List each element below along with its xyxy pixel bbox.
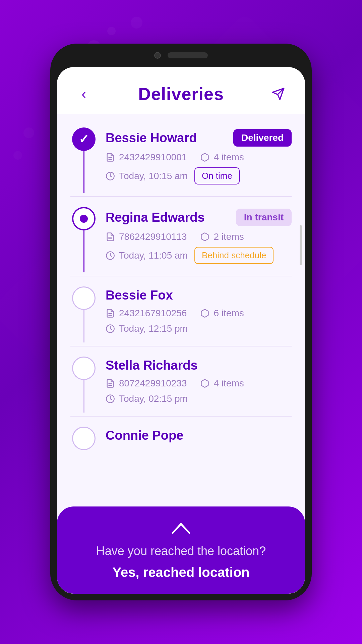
box-icon-3 [200,309,209,318]
item-header-5: Connie Pope [106,428,292,443]
back-icon: ‹ [81,87,86,102]
item-time-3: Today, 12:15 pm [106,323,292,334]
chevron-up-icon [171,521,191,537]
delivery-item-4[interactable]: Stella Richards 8072429910233 [57,353,305,413]
document-icon-2 [106,232,115,241]
item-meta-1: 2432429910001 4 items [106,152,292,163]
item-name-1: Bessie Howard [106,131,197,145]
location-button[interactable] [268,84,288,104]
box-icon-1 [200,153,209,162]
time-status-badge-2: Behind schedule [194,247,274,264]
order-number-text-1: 2432429910001 [119,152,187,163]
phone-top-bar [50,44,312,67]
item-header-4: Stella Richards [106,358,292,373]
item-name-2: Regina Edwards [106,210,205,225]
item-content-5: Connie Pope [97,423,292,453]
item-time-1: Today, 10:15 am On time [106,167,292,184]
timeline-icon-3 [72,286,96,310]
timeline-col-4 [70,353,97,413]
timeline-icon-4 [72,357,96,380]
delivery-item-1[interactable]: ✓ Bessie Howard Delivered [57,124,305,193]
item-header-3: Bessie Fox [106,288,292,303]
scrollbar[interactable] [300,225,302,265]
order-number-2: 7862429910113 [106,231,187,242]
delivery-item-2[interactable]: Regina Edwards In transit 7862429910113 [57,204,305,272]
item-time-2: Today, 11:05 am Behind schedule [106,247,292,264]
item-name-5: Connie Pope [106,428,183,443]
timeline-col-5 [70,423,97,453]
bottom-panel-question: Have you reached the location? [96,544,266,558]
document-icon-3 [106,309,115,318]
items-count-text-1: 4 items [214,152,244,163]
location-icon [272,87,285,101]
delivery-item-5[interactable]: Connie Pope [57,423,305,453]
back-button[interactable]: ‹ [74,84,94,104]
item-header-1: Bessie Howard Delivered [106,129,292,147]
status-badge-1: Delivered [233,129,292,147]
items-count-3: 6 items [200,308,244,319]
phone-speaker [168,52,208,58]
timeline-line-4 [83,380,84,413]
items-count-text-4: 4 items [214,378,244,389]
box-icon-4 [200,379,209,388]
order-number-1: 2432429910001 [106,152,187,163]
item-content-4: Stella Richards 8072429910233 [97,353,292,413]
order-number-text-4: 8072429910233 [119,378,187,389]
timeline-col-3 [70,283,97,342]
page-title: Deliveries [138,84,224,104]
header: ‹ Deliveries [57,67,305,114]
timeline-line-2 [83,230,84,272]
item-time-4: Today, 02:15 pm [106,393,292,404]
time-item-3: Today, 12:15 pm [106,323,188,334]
document-icon-1 [106,153,115,162]
clock-icon-1 [106,171,115,181]
item-meta-2: 7862429910113 2 items [106,231,292,242]
timeline-icon-2 [72,207,96,230]
order-number-text-2: 7862429910113 [119,231,187,242]
time-text-1: Today, 10:15 am [119,171,188,181]
clock-icon-2 [106,251,115,260]
clock-icon-4 [106,394,115,404]
item-header-2: Regina Edwards In transit [106,209,292,226]
time-item-1: Today, 10:15 am [106,171,188,181]
timeline-icon-1: ✓ [72,127,96,151]
items-count-4: 4 items [200,378,244,389]
document-icon-4 [106,379,115,388]
items-count-1: 4 items [200,152,244,163]
front-camera [154,52,161,59]
phone-screen: ‹ Deliveries ✓ [57,67,305,594]
item-content-1: Bessie Howard Delivered 2432429910001 [97,124,292,193]
item-meta-3: 2432167910256 6 items [106,308,292,319]
divider-3 [70,346,292,346]
item-content-2: Regina Edwards In transit 7862429910113 [97,204,292,272]
timeline-col-1: ✓ [70,124,97,193]
order-number-text-3: 2432167910256 [119,308,187,319]
time-text-4: Today, 02:15 pm [119,393,188,404]
time-text-2: Today, 11:05 am [119,250,188,261]
item-content-3: Bessie Fox 2432167910256 [97,283,292,342]
timeline-line-1 [83,151,84,193]
timeline-icon-5 [72,427,96,450]
item-meta-4: 8072429910233 4 items [106,378,292,389]
phone-frame: ‹ Deliveries ✓ [50,44,312,600]
items-count-2: 2 items [200,231,244,242]
bottom-panel-action[interactable]: Yes, reached location [112,565,249,580]
chevron-up-svg [171,521,191,535]
divider-4 [70,416,292,417]
status-badge-2: In transit [236,209,292,226]
items-count-text-2: 2 items [214,231,244,242]
item-name-4: Stella Richards [106,358,198,373]
timeline-col-2 [70,204,97,272]
time-item-4: Today, 02:15 pm [106,393,188,404]
bottom-panel[interactable]: Have you reached the location? Yes, reac… [57,506,305,594]
clock-icon-3 [106,324,115,333]
item-name-3: Bessie Fox [106,288,173,303]
time-item-2: Today, 11:05 am [106,250,188,261]
check-icon-1: ✓ [79,132,89,146]
order-number-4: 8072429910233 [106,378,187,389]
divider-1 [70,196,292,197]
delivery-item-3[interactable]: Bessie Fox 2432167910256 [57,283,305,342]
box-icon-2 [200,232,209,241]
divider-2 [70,276,292,276]
time-text-3: Today, 12:15 pm [119,323,188,334]
